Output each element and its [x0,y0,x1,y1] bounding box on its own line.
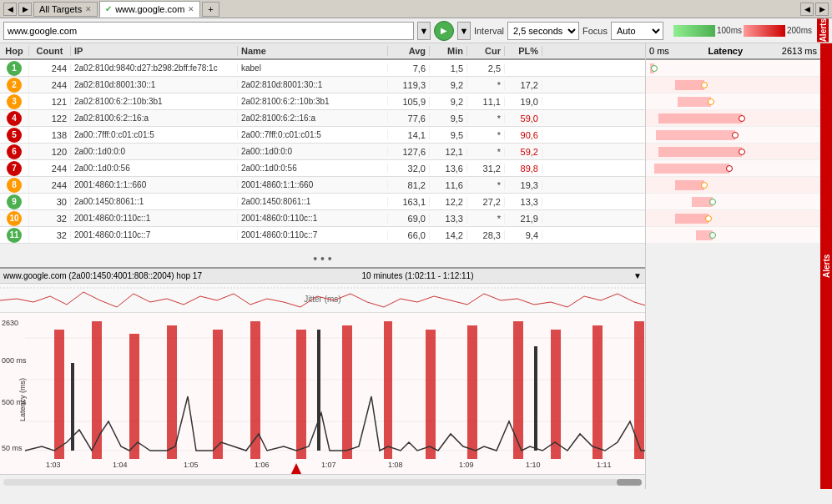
latency-bar [675,80,704,90]
tab-all-close-icon[interactable]: ✕ [85,5,92,13]
latency-dot [739,115,745,122]
tab-add[interactable]: + [202,2,219,17]
nav-forward-btn[interactable]: ▶ [18,3,32,16]
td-hop: 5 [0,128,29,143]
nav-back-btn[interactable]: ◀ [3,3,17,16]
td-ip: 2a00:1450:8061::1 [71,197,238,206]
table-row[interactable]: 4 122 2a02:8100:6:2::16:a 2a02:8100:6:2:… [0,110,645,127]
td-pl: 19,3 [505,180,542,190]
td-min: 9,2 [430,97,467,107]
chart-time-dropdown[interactable]: ▼ [633,271,642,280]
td-pl: 59,2 [505,147,542,157]
latency-dot [701,82,708,88]
td-cur: 11,1 [467,97,505,107]
table-row[interactable]: 6 120 2a00::1d0:0:0 2a00::1d0:0:0 127,6 … [0,144,645,160]
td-min: 9,5 [430,130,467,140]
svg-rect-17 [167,325,177,459]
table-header: Hop Count IP Name Avg Min Cur PL% [0,43,645,60]
tab-google-close-icon[interactable]: ✕ [188,5,194,13]
td-ip: 2001:4860:0:110c::1 [71,214,238,223]
td-cur: * [467,180,505,190]
latency-bar [654,164,729,174]
th-name: Name [238,46,388,56]
scrollbar-thumb[interactable] [617,479,642,486]
td-cur: * [467,80,505,90]
table-row[interactable]: 8 244 2001:4860:1:1::660 2001:4860:1:1::… [0,177,645,194]
alerts-sidebar[interactable]: Alerts [820,43,832,489]
chart-title: www.google.com (2a00:1450:4001:808::2004… [3,271,202,280]
table-row[interactable]: 7 244 2a00::1d0:0:56 2a00::1d0:0:56 32,0… [0,160,645,177]
latency-row [646,93,820,110]
svg-text:1:10: 1:10 [526,461,541,469]
td-name: 2a00:1450:8061::1 [238,197,388,206]
svg-text:1:03: 1:03 [46,461,61,469]
latency-row [646,127,820,144]
latency-dot [709,232,716,239]
address-dropdown-btn[interactable]: ▼ [417,22,431,40]
tab-google[interactable]: ✔ www.google.com ✕ [99,1,200,18]
tab-nav-right[interactable]: ▶ [815,3,829,16]
th-cur: Cur [467,46,505,56]
td-cur: 28,3 [467,230,505,240]
table-row[interactable]: 3 121 2a02:8100:6:2::10b:3b1 2a02:8100:6… [0,93,645,110]
td-ip: 2a02:8100:6:2::16:a [71,113,238,123]
svg-text:1:08: 1:08 [388,461,403,469]
interval-label: Interval [474,26,504,36]
td-pl: 9,4 [505,230,542,240]
latency-bar [658,147,742,157]
svg-rect-15 [92,321,102,459]
chart-time-range: 10 minutes (1:02:11 - 1:12:11) [362,271,474,280]
th-avg: Avg [388,46,430,56]
address-input[interactable] [3,22,414,40]
latency-dot [709,199,716,205]
latency-dot [701,182,708,189]
table-row[interactable]: 5 138 2a00::7fff:0:c01:c01:5 2a00::7fff:… [0,127,645,144]
interval-select[interactable]: 2,5 seconds 5 seconds 10 seconds [507,22,579,40]
svg-text:50 ms: 50 ms [2,444,23,452]
td-avg: 66,0 [388,230,430,240]
svg-text:1:09: 1:09 [459,461,474,469]
td-avg: 7,6 [388,63,430,73]
td-ip: 2a00::7fff:0:c01:c01:5 [71,130,238,139]
latency-area: 0 ms Latency 2613 ms [645,43,820,489]
tab-bar-right: ◀ ▶ [800,3,829,16]
latency-row [646,210,820,227]
focus-select[interactable]: Auto Manual [611,22,663,40]
latency-dot [651,65,658,72]
td-min: 12,2 [430,197,467,207]
more-dots: • • • [0,250,645,267]
td-name: 2a02:810d:8001:30::1 [238,80,388,89]
scale-red [744,25,785,37]
td-ip: 2a02:8100:6:2::10b:3b1 [71,97,238,106]
main-chart-svg: 2630 000 ms 500 ms 50 ms Latency (ms) 30… [0,313,645,474]
td-count: 244 [29,164,71,174]
tab-all-targets[interactable]: All Targets ✕ [33,2,98,17]
alerts-button[interactable]: Alerts [817,18,829,42]
play-dropdown-btn[interactable]: ▼ [457,22,471,40]
table-row[interactable]: 11 32 2001:4860:0:110c::7 2001:4860:0:11… [0,227,645,244]
tab-bar: ◀ ▶ All Targets ✕ ✔ www.google.com ✕ + ◀… [0,0,832,18]
td-cur: * [467,113,505,123]
td-count: 32 [29,230,71,240]
latency-title[interactable]: Latency [708,46,744,56]
scrollbar-track[interactable] [3,479,642,486]
td-cur: * [467,214,505,224]
td-count: 30 [29,197,71,207]
table-row[interactable]: 9 30 2a00:1450:8061::1 2a00:1450:8061::1… [0,194,645,210]
tab-nav-left[interactable]: ◀ [800,3,814,16]
th-count: Count [29,46,71,56]
jitter-svg: Jitter (ms) [0,284,645,313]
latency-row [646,194,820,210]
scrollbar-area[interactable] [0,474,645,489]
td-name: 2a00::1d0:0:0 [238,147,388,156]
table-row[interactable]: 10 32 2001:4860:0:110c::1 2001:4860:0:11… [0,210,645,227]
td-count: 138 [29,130,71,140]
table-row[interactable]: 1 244 2a02:810d:9840:d27:b298:2bff:fe78:… [0,60,645,77]
table-row[interactable]: 2 244 2a02:810d:8001:30::1 2a02:810d:800… [0,77,645,93]
td-min: 9,5 [430,113,467,123]
play-button[interactable]: ▶ [434,21,454,41]
td-avg: 77,6 [388,113,430,123]
latency-min-label: 0 ms [649,46,669,56]
td-hop: 8 [0,178,29,193]
latency-bar [678,97,711,107]
